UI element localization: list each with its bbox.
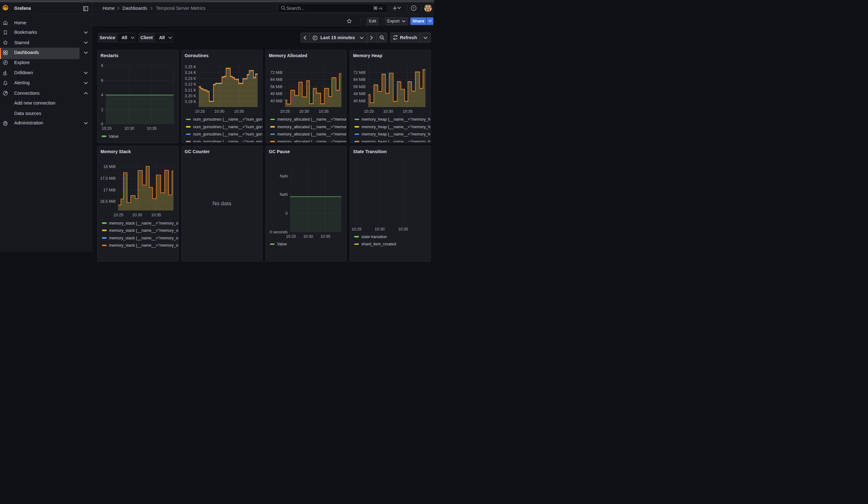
svg-text:0: 0 [286,211,288,216]
svg-text:64 MiB: 64 MiB [353,78,365,82]
svg-text:10:25: 10:25 [364,109,374,113]
svg-text:0: 0 [101,122,103,126]
svg-text:3.22 K: 3.22 K [185,82,196,86]
svg-text:48 MiB: 48 MiB [270,92,282,96]
svg-text:10:30: 10:30 [303,234,313,239]
svg-text:10:25: 10:25 [102,126,111,131]
svg-text:10:35: 10:35 [151,213,161,217]
svg-text:6: 6 [101,78,103,82]
svg-text:10:30: 10:30 [375,227,384,232]
svg-text:3.25 K: 3.25 K [185,65,196,69]
svg-text:4: 4 [101,93,103,97]
svg-text:10:35: 10:35 [398,227,408,232]
svg-text:40 MiB: 40 MiB [270,99,282,103]
svg-text:56 MiB: 56 MiB [353,84,365,89]
svg-text:10:30: 10:30 [383,109,393,113]
svg-text:10:25: 10:25 [113,213,123,217]
svg-text:3.20 K: 3.20 K [185,94,196,98]
svg-text:10:30: 10:30 [132,213,142,217]
svg-text:64 MiB: 64 MiB [270,78,282,82]
svg-text:48 MiB: 48 MiB [353,92,365,96]
svg-text:8: 8 [101,63,103,68]
svg-text:10:25: 10:25 [195,109,205,113]
svg-text:40 MiB: 40 MiB [353,99,365,103]
svg-text:17.5 MiB: 17.5 MiB [100,176,115,181]
svg-text:NaN: NaN [280,174,288,178]
svg-text:NaN: NaN [280,192,288,197]
svg-text:0 seconds: 0 seconds [270,230,288,234]
svg-text:10:35: 10:35 [320,234,330,239]
svg-text:2: 2 [101,107,103,112]
svg-text:3.21 K: 3.21 K [185,88,196,92]
svg-text:3.23 K: 3.23 K [185,76,196,81]
svg-text:10:25: 10:25 [280,109,290,113]
svg-text:10:35: 10:35 [147,126,157,131]
svg-text:56 MiB: 56 MiB [270,84,282,89]
svg-text:18 MiB: 18 MiB [104,165,116,169]
svg-text:10:30: 10:30 [299,109,309,113]
svg-text:3.19 K: 3.19 K [185,100,196,104]
svg-text:72 MiB: 72 MiB [270,70,282,74]
svg-text:16.5 MiB: 16.5 MiB [100,199,115,204]
svg-text:10:35: 10:35 [403,109,413,113]
svg-text:3.24 K: 3.24 K [185,70,196,75]
svg-text:10:35: 10:35 [319,109,329,113]
svg-text:72 MiB: 72 MiB [353,70,365,74]
svg-text:10:30: 10:30 [124,126,134,131]
svg-text:?: ? [413,6,414,10]
svg-text:10:25: 10:25 [352,227,361,232]
svg-text:10:35: 10:35 [234,109,244,113]
svg-text:10:30: 10:30 [214,109,224,113]
svg-text:17 MiB: 17 MiB [104,188,116,192]
svg-text:10:25: 10:25 [286,234,296,239]
